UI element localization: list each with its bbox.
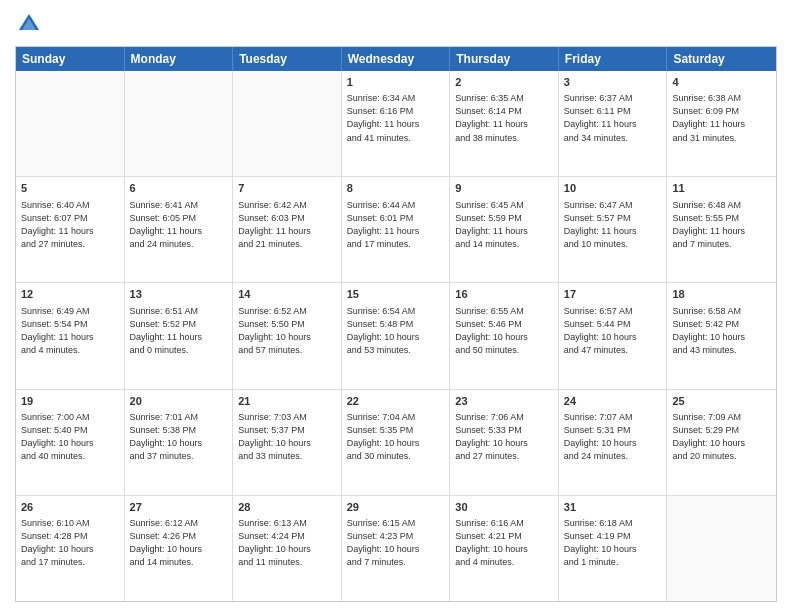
weekday-header-wednesday: Wednesday [342,47,451,71]
weekday-header-saturday: Saturday [667,47,776,71]
calendar-cell-31: 31Sunrise: 6:18 AM Sunset: 4:19 PM Dayli… [559,496,668,601]
calendar-row-2: 12Sunrise: 6:49 AM Sunset: 5:54 PM Dayli… [16,283,776,389]
calendar-cell-22: 22Sunrise: 7:04 AM Sunset: 5:35 PM Dayli… [342,390,451,495]
day-info: Sunrise: 7:03 AM Sunset: 5:37 PM Dayligh… [238,411,336,463]
day-number: 2 [455,75,553,90]
calendar-cell-30: 30Sunrise: 6:16 AM Sunset: 4:21 PM Dayli… [450,496,559,601]
calendar-cell-15: 15Sunrise: 6:54 AM Sunset: 5:48 PM Dayli… [342,283,451,388]
page: SundayMondayTuesdayWednesdayThursdayFrid… [0,0,792,612]
calendar-body: 1Sunrise: 6:34 AM Sunset: 6:16 PM Daylig… [16,71,776,601]
day-info: Sunrise: 6:45 AM Sunset: 5:59 PM Dayligh… [455,199,553,251]
day-number: 5 [21,181,119,196]
day-info: Sunrise: 6:49 AM Sunset: 5:54 PM Dayligh… [21,305,119,357]
day-info: Sunrise: 6:47 AM Sunset: 5:57 PM Dayligh… [564,199,662,251]
day-info: Sunrise: 7:01 AM Sunset: 5:38 PM Dayligh… [130,411,228,463]
calendar-row-4: 26Sunrise: 6:10 AM Sunset: 4:28 PM Dayli… [16,496,776,601]
calendar-cell-23: 23Sunrise: 7:06 AM Sunset: 5:33 PM Dayli… [450,390,559,495]
day-info: Sunrise: 6:55 AM Sunset: 5:46 PM Dayligh… [455,305,553,357]
day-info: Sunrise: 6:57 AM Sunset: 5:44 PM Dayligh… [564,305,662,357]
day-info: Sunrise: 7:04 AM Sunset: 5:35 PM Dayligh… [347,411,445,463]
day-number: 12 [21,287,119,302]
day-number: 15 [347,287,445,302]
calendar-cell-empty-0-0 [16,71,125,176]
day-info: Sunrise: 7:09 AM Sunset: 5:29 PM Dayligh… [672,411,771,463]
calendar-cell-8: 8Sunrise: 6:44 AM Sunset: 6:01 PM Daylig… [342,177,451,282]
calendar-cell-6: 6Sunrise: 6:41 AM Sunset: 6:05 PM Daylig… [125,177,234,282]
day-number: 26 [21,500,119,515]
day-number: 31 [564,500,662,515]
day-number: 19 [21,394,119,409]
day-number: 22 [347,394,445,409]
day-number: 6 [130,181,228,196]
day-info: Sunrise: 6:34 AM Sunset: 6:16 PM Dayligh… [347,92,445,144]
calendar-cell-28: 28Sunrise: 6:13 AM Sunset: 4:24 PM Dayli… [233,496,342,601]
day-info: Sunrise: 6:54 AM Sunset: 5:48 PM Dayligh… [347,305,445,357]
calendar-cell-27: 27Sunrise: 6:12 AM Sunset: 4:26 PM Dayli… [125,496,234,601]
day-info: Sunrise: 6:41 AM Sunset: 6:05 PM Dayligh… [130,199,228,251]
calendar-cell-9: 9Sunrise: 6:45 AM Sunset: 5:59 PM Daylig… [450,177,559,282]
weekday-header-thursday: Thursday [450,47,559,71]
calendar-cell-11: 11Sunrise: 6:48 AM Sunset: 5:55 PM Dayli… [667,177,776,282]
weekday-header-friday: Friday [559,47,668,71]
day-number: 14 [238,287,336,302]
day-info: Sunrise: 6:44 AM Sunset: 6:01 PM Dayligh… [347,199,445,251]
calendar-cell-5: 5Sunrise: 6:40 AM Sunset: 6:07 PM Daylig… [16,177,125,282]
day-number: 7 [238,181,336,196]
day-info: Sunrise: 6:38 AM Sunset: 6:09 PM Dayligh… [672,92,771,144]
weekday-header-monday: Monday [125,47,234,71]
logo-icon [15,10,43,38]
calendar-cell-19: 19Sunrise: 7:00 AM Sunset: 5:40 PM Dayli… [16,390,125,495]
day-number: 1 [347,75,445,90]
calendar-cell-1: 1Sunrise: 6:34 AM Sunset: 6:16 PM Daylig… [342,71,451,176]
calendar-cell-10: 10Sunrise: 6:47 AM Sunset: 5:57 PM Dayli… [559,177,668,282]
day-info: Sunrise: 6:35 AM Sunset: 6:14 PM Dayligh… [455,92,553,144]
day-info: Sunrise: 6:15 AM Sunset: 4:23 PM Dayligh… [347,517,445,569]
calendar-cell-4: 4Sunrise: 6:38 AM Sunset: 6:09 PM Daylig… [667,71,776,176]
calendar-cell-20: 20Sunrise: 7:01 AM Sunset: 5:38 PM Dayli… [125,390,234,495]
day-number: 11 [672,181,771,196]
calendar-cell-17: 17Sunrise: 6:57 AM Sunset: 5:44 PM Dayli… [559,283,668,388]
calendar-cell-13: 13Sunrise: 6:51 AM Sunset: 5:52 PM Dayli… [125,283,234,388]
day-number: 24 [564,394,662,409]
day-number: 8 [347,181,445,196]
day-number: 16 [455,287,553,302]
day-info: Sunrise: 6:40 AM Sunset: 6:07 PM Dayligh… [21,199,119,251]
day-info: Sunrise: 6:58 AM Sunset: 5:42 PM Dayligh… [672,305,771,357]
weekday-header-tuesday: Tuesday [233,47,342,71]
calendar-row-0: 1Sunrise: 6:34 AM Sunset: 6:16 PM Daylig… [16,71,776,177]
calendar-cell-empty-0-1 [125,71,234,176]
day-number: 27 [130,500,228,515]
day-info: Sunrise: 6:52 AM Sunset: 5:50 PM Dayligh… [238,305,336,357]
logo [15,10,47,38]
day-number: 25 [672,394,771,409]
calendar-cell-7: 7Sunrise: 6:42 AM Sunset: 6:03 PM Daylig… [233,177,342,282]
calendar-cell-12: 12Sunrise: 6:49 AM Sunset: 5:54 PM Dayli… [16,283,125,388]
day-number: 17 [564,287,662,302]
calendar-header: SundayMondayTuesdayWednesdayThursdayFrid… [16,47,776,71]
calendar-row-1: 5Sunrise: 6:40 AM Sunset: 6:07 PM Daylig… [16,177,776,283]
day-info: Sunrise: 6:42 AM Sunset: 6:03 PM Dayligh… [238,199,336,251]
day-info: Sunrise: 6:51 AM Sunset: 5:52 PM Dayligh… [130,305,228,357]
day-number: 18 [672,287,771,302]
day-info: Sunrise: 7:07 AM Sunset: 5:31 PM Dayligh… [564,411,662,463]
header [15,10,777,38]
day-number: 9 [455,181,553,196]
calendar-cell-empty-0-2 [233,71,342,176]
day-info: Sunrise: 7:06 AM Sunset: 5:33 PM Dayligh… [455,411,553,463]
day-number: 29 [347,500,445,515]
calendar-cell-24: 24Sunrise: 7:07 AM Sunset: 5:31 PM Dayli… [559,390,668,495]
calendar-cell-25: 25Sunrise: 7:09 AM Sunset: 5:29 PM Dayli… [667,390,776,495]
calendar-cell-empty-4-6 [667,496,776,601]
day-number: 3 [564,75,662,90]
calendar-cell-14: 14Sunrise: 6:52 AM Sunset: 5:50 PM Dayli… [233,283,342,388]
day-info: Sunrise: 6:48 AM Sunset: 5:55 PM Dayligh… [672,199,771,251]
calendar-cell-16: 16Sunrise: 6:55 AM Sunset: 5:46 PM Dayli… [450,283,559,388]
day-number: 4 [672,75,771,90]
day-info: Sunrise: 6:12 AM Sunset: 4:26 PM Dayligh… [130,517,228,569]
calendar-row-3: 19Sunrise: 7:00 AM Sunset: 5:40 PM Dayli… [16,390,776,496]
day-number: 30 [455,500,553,515]
day-info: Sunrise: 6:13 AM Sunset: 4:24 PM Dayligh… [238,517,336,569]
calendar-cell-26: 26Sunrise: 6:10 AM Sunset: 4:28 PM Dayli… [16,496,125,601]
calendar-cell-2: 2Sunrise: 6:35 AM Sunset: 6:14 PM Daylig… [450,71,559,176]
calendar-cell-21: 21Sunrise: 7:03 AM Sunset: 5:37 PM Dayli… [233,390,342,495]
